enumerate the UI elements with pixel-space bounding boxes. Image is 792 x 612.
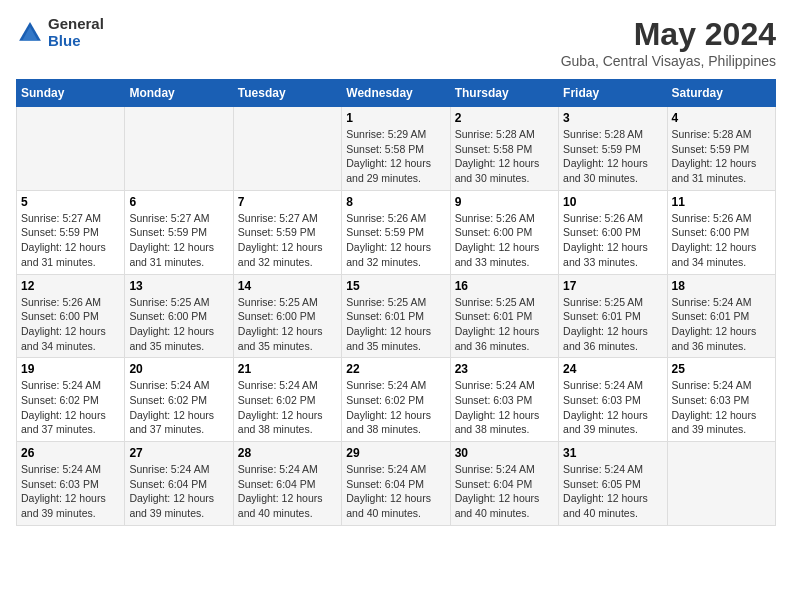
- logo-general-text: General: [48, 16, 104, 33]
- day-number: 3: [563, 111, 662, 125]
- day-number: 24: [563, 362, 662, 376]
- day-header-friday: Friday: [559, 80, 667, 107]
- day-number: 14: [238, 279, 337, 293]
- calendar-cell: [233, 107, 341, 191]
- day-number: 23: [455, 362, 554, 376]
- logo-blue-text: Blue: [48, 33, 104, 50]
- calendar-cell: 3Sunrise: 5:28 AM Sunset: 5:59 PM Daylig…: [559, 107, 667, 191]
- calendar-cell: 20Sunrise: 5:24 AM Sunset: 6:02 PM Dayli…: [125, 358, 233, 442]
- day-number: 30: [455, 446, 554, 460]
- day-info: Sunrise: 5:28 AM Sunset: 5:59 PM Dayligh…: [563, 127, 662, 186]
- day-info: Sunrise: 5:28 AM Sunset: 5:58 PM Dayligh…: [455, 127, 554, 186]
- day-info: Sunrise: 5:25 AM Sunset: 6:01 PM Dayligh…: [346, 295, 445, 354]
- day-number: 26: [21, 446, 120, 460]
- day-info: Sunrise: 5:26 AM Sunset: 6:00 PM Dayligh…: [455, 211, 554, 270]
- day-number: 25: [672, 362, 771, 376]
- day-info: Sunrise: 5:29 AM Sunset: 5:58 PM Dayligh…: [346, 127, 445, 186]
- calendar-cell: 13Sunrise: 5:25 AM Sunset: 6:00 PM Dayli…: [125, 274, 233, 358]
- day-header-sunday: Sunday: [17, 80, 125, 107]
- day-info: Sunrise: 5:24 AM Sunset: 6:03 PM Dayligh…: [455, 378, 554, 437]
- title-area: May 2024 Guba, Central Visayas, Philippi…: [561, 16, 776, 69]
- day-info: Sunrise: 5:24 AM Sunset: 6:04 PM Dayligh…: [455, 462, 554, 521]
- calendar-cell: [125, 107, 233, 191]
- day-info: Sunrise: 5:25 AM Sunset: 6:00 PM Dayligh…: [129, 295, 228, 354]
- week-row-1: 1Sunrise: 5:29 AM Sunset: 5:58 PM Daylig…: [17, 107, 776, 191]
- logo-icon: [16, 19, 44, 47]
- day-number: 4: [672, 111, 771, 125]
- day-info: Sunrise: 5:24 AM Sunset: 6:01 PM Dayligh…: [672, 295, 771, 354]
- day-info: Sunrise: 5:24 AM Sunset: 6:02 PM Dayligh…: [129, 378, 228, 437]
- day-info: Sunrise: 5:28 AM Sunset: 5:59 PM Dayligh…: [672, 127, 771, 186]
- subtitle: Guba, Central Visayas, Philippines: [561, 53, 776, 69]
- calendar-cell: 16Sunrise: 5:25 AM Sunset: 6:01 PM Dayli…: [450, 274, 558, 358]
- day-header-monday: Monday: [125, 80, 233, 107]
- day-header-saturday: Saturday: [667, 80, 775, 107]
- day-number: 1: [346, 111, 445, 125]
- calendar-cell: 2Sunrise: 5:28 AM Sunset: 5:58 PM Daylig…: [450, 107, 558, 191]
- week-row-4: 19Sunrise: 5:24 AM Sunset: 6:02 PM Dayli…: [17, 358, 776, 442]
- day-info: Sunrise: 5:24 AM Sunset: 6:05 PM Dayligh…: [563, 462, 662, 521]
- day-number: 20: [129, 362, 228, 376]
- day-number: 2: [455, 111, 554, 125]
- day-info: Sunrise: 5:24 AM Sunset: 6:02 PM Dayligh…: [21, 378, 120, 437]
- day-number: 22: [346, 362, 445, 376]
- day-number: 7: [238, 195, 337, 209]
- day-info: Sunrise: 5:27 AM Sunset: 5:59 PM Dayligh…: [129, 211, 228, 270]
- calendar-cell: 10Sunrise: 5:26 AM Sunset: 6:00 PM Dayli…: [559, 190, 667, 274]
- calendar-cell: 28Sunrise: 5:24 AM Sunset: 6:04 PM Dayli…: [233, 442, 341, 526]
- day-number: 19: [21, 362, 120, 376]
- day-info: Sunrise: 5:24 AM Sunset: 6:04 PM Dayligh…: [129, 462, 228, 521]
- day-number: 11: [672, 195, 771, 209]
- calendar-cell: 8Sunrise: 5:26 AM Sunset: 5:59 PM Daylig…: [342, 190, 450, 274]
- calendar-cell: 1Sunrise: 5:29 AM Sunset: 5:58 PM Daylig…: [342, 107, 450, 191]
- calendar-cell: 6Sunrise: 5:27 AM Sunset: 5:59 PM Daylig…: [125, 190, 233, 274]
- calendar-cell: 15Sunrise: 5:25 AM Sunset: 6:01 PM Dayli…: [342, 274, 450, 358]
- day-header-tuesday: Tuesday: [233, 80, 341, 107]
- main-title: May 2024: [561, 16, 776, 53]
- day-number: 15: [346, 279, 445, 293]
- logo-text: General Blue: [48, 16, 104, 49]
- calendar-cell: 21Sunrise: 5:24 AM Sunset: 6:02 PM Dayli…: [233, 358, 341, 442]
- calendar-cell: 12Sunrise: 5:26 AM Sunset: 6:00 PM Dayli…: [17, 274, 125, 358]
- calendar-cell: 11Sunrise: 5:26 AM Sunset: 6:00 PM Dayli…: [667, 190, 775, 274]
- day-number: 12: [21, 279, 120, 293]
- day-info: Sunrise: 5:24 AM Sunset: 6:02 PM Dayligh…: [346, 378, 445, 437]
- day-number: 21: [238, 362, 337, 376]
- day-number: 5: [21, 195, 120, 209]
- day-number: 10: [563, 195, 662, 209]
- day-number: 16: [455, 279, 554, 293]
- day-header-thursday: Thursday: [450, 80, 558, 107]
- day-number: 6: [129, 195, 228, 209]
- day-number: 31: [563, 446, 662, 460]
- calendar-cell: 27Sunrise: 5:24 AM Sunset: 6:04 PM Dayli…: [125, 442, 233, 526]
- calendar-cell: 31Sunrise: 5:24 AM Sunset: 6:05 PM Dayli…: [559, 442, 667, 526]
- calendar-cell: 17Sunrise: 5:25 AM Sunset: 6:01 PM Dayli…: [559, 274, 667, 358]
- day-info: Sunrise: 5:26 AM Sunset: 5:59 PM Dayligh…: [346, 211, 445, 270]
- calendar-cell: 29Sunrise: 5:24 AM Sunset: 6:04 PM Dayli…: [342, 442, 450, 526]
- day-number: 9: [455, 195, 554, 209]
- calendar-cell: 26Sunrise: 5:24 AM Sunset: 6:03 PM Dayli…: [17, 442, 125, 526]
- day-info: Sunrise: 5:26 AM Sunset: 6:00 PM Dayligh…: [21, 295, 120, 354]
- calendar-cell: [667, 442, 775, 526]
- calendar-cell: 7Sunrise: 5:27 AM Sunset: 5:59 PM Daylig…: [233, 190, 341, 274]
- logo: General Blue: [16, 16, 104, 49]
- day-info: Sunrise: 5:24 AM Sunset: 6:04 PM Dayligh…: [346, 462, 445, 521]
- calendar-cell: [17, 107, 125, 191]
- calendar-cell: 23Sunrise: 5:24 AM Sunset: 6:03 PM Dayli…: [450, 358, 558, 442]
- calendar-cell: 4Sunrise: 5:28 AM Sunset: 5:59 PM Daylig…: [667, 107, 775, 191]
- calendar-table: SundayMondayTuesdayWednesdayThursdayFrid…: [16, 79, 776, 526]
- calendar-cell: 19Sunrise: 5:24 AM Sunset: 6:02 PM Dayli…: [17, 358, 125, 442]
- calendar-cell: 30Sunrise: 5:24 AM Sunset: 6:04 PM Dayli…: [450, 442, 558, 526]
- day-info: Sunrise: 5:24 AM Sunset: 6:04 PM Dayligh…: [238, 462, 337, 521]
- day-number: 29: [346, 446, 445, 460]
- day-info: Sunrise: 5:24 AM Sunset: 6:02 PM Dayligh…: [238, 378, 337, 437]
- day-info: Sunrise: 5:24 AM Sunset: 6:03 PM Dayligh…: [672, 378, 771, 437]
- day-info: Sunrise: 5:24 AM Sunset: 6:03 PM Dayligh…: [563, 378, 662, 437]
- day-number: 27: [129, 446, 228, 460]
- header: General Blue May 2024 Guba, Central Visa…: [16, 16, 776, 69]
- week-row-3: 12Sunrise: 5:26 AM Sunset: 6:00 PM Dayli…: [17, 274, 776, 358]
- day-info: Sunrise: 5:27 AM Sunset: 5:59 PM Dayligh…: [21, 211, 120, 270]
- day-number: 8: [346, 195, 445, 209]
- day-number: 13: [129, 279, 228, 293]
- day-info: Sunrise: 5:26 AM Sunset: 6:00 PM Dayligh…: [563, 211, 662, 270]
